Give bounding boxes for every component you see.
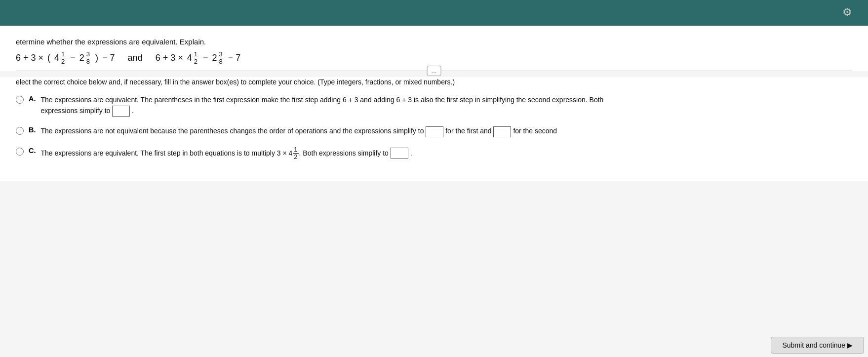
option-a-input[interactable] [112, 106, 130, 117]
radio-b[interactable] [16, 127, 24, 135]
option-c-period: . [410, 149, 412, 157]
option-a-text: The expressions are equivalent. The pare… [41, 94, 853, 117]
mixed-num-1: 4 1 2 [54, 51, 66, 66]
option-a-text1: The expressions are equivalent. The pare… [41, 96, 604, 104]
expression-row: 6 + 3 × ( 4 1 2 − 2 3 8 ) − 7 and 6 + 3 … [16, 51, 852, 66]
main-content: etermine whether the expressions are equ… [0, 26, 868, 71]
option-a-text2: expressions simplify to [41, 107, 113, 115]
option-c-row: C. The expressions are equivalent. The f… [16, 146, 852, 161]
mixed-num-4: 2 3 8 [212, 51, 224, 66]
expr2-start: 6 + 3 × [156, 53, 183, 63]
option-b-input2[interactable] [493, 126, 511, 137]
mixed-num-3: 4 1 2 [187, 51, 199, 66]
instruction-text: etermine whether the expressions are equ… [16, 38, 852, 46]
select-instruction: elect the correct choice below and, if n… [16, 77, 852, 87]
horizontal-divider: ... [16, 71, 852, 71]
option-c-text: The expressions are equivalent. The firs… [41, 146, 853, 161]
option-b-label: B. [29, 126, 36, 134]
mixed-num-2: 2 3 8 [79, 51, 91, 66]
radio-a[interactable] [16, 96, 24, 104]
top-bar: ⚙ [0, 0, 868, 26]
option-c-text2: . Both expressions simplify to [299, 149, 391, 157]
minus1: − [70, 53, 76, 63]
option-c-input[interactable] [391, 148, 408, 159]
expr1-paren-open: ( [47, 53, 50, 63]
option-b-text2: for the first and [445, 127, 493, 135]
option-b-text1: The expressions are not equivalent becau… [41, 127, 426, 135]
minus2: − [203, 53, 208, 63]
settings-icon[interactable]: ⚙ [842, 6, 856, 20]
option-a-period: . [132, 107, 134, 115]
and-label: and [128, 53, 143, 63]
submit-button[interactable]: Submit and continue ▶ [771, 337, 864, 354]
expr1-paren-close: ) [95, 53, 98, 63]
radio-c[interactable] [16, 148, 24, 156]
option-b-text: The expressions are not equivalent becau… [41, 125, 853, 137]
option-b-text3: for the second [513, 127, 557, 135]
expr1-end: − 7 [102, 53, 115, 63]
option-c-text1: The expressions are equivalent. The firs… [41, 149, 293, 157]
option-b-input1[interactable] [426, 126, 443, 137]
expr2-end: − 7 [228, 53, 241, 63]
dots-badge: ... [427, 66, 441, 76]
option-b-row: B. The expressions are not equivalent be… [16, 125, 852, 137]
question-section: elect the correct choice below and, if n… [0, 77, 868, 182]
option-a-row: A. The expressions are equivalent. The p… [16, 94, 852, 117]
divider-row: ... [16, 71, 852, 71]
option-c-label: C. [29, 147, 36, 155]
option-a-label: A. [29, 95, 36, 103]
bottom-bar: Submit and continue ▶ [710, 333, 868, 357]
expr1-start: 6 + 3 × [16, 53, 43, 63]
option-c-fraction: 12 [293, 146, 298, 161]
